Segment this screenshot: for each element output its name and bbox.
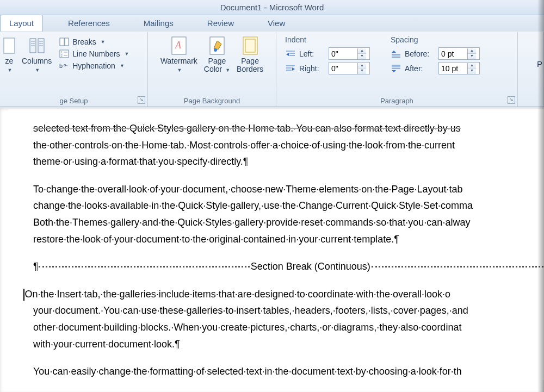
indent-header: Indent [285, 35, 370, 44]
chevron-down-icon: ▼ [8, 67, 13, 73]
breaks-button[interactable]: Breaks▼ [57, 36, 131, 47]
breaks-icon [59, 38, 69, 46]
svg-marker-28 [286, 53, 289, 56]
svg-point-22 [214, 48, 217, 52]
indent-left-icon [285, 49, 296, 58]
watermark-button[interactable]: A Watermark▼ [157, 34, 201, 75]
indent-left-label: Left: [299, 49, 325, 58]
ribbon-tabs: Layout References Mailings Review View [0, 15, 544, 32]
indent-right-input[interactable]: ▲▼ [329, 62, 370, 74]
svg-rect-0 [4, 38, 15, 53]
page-color-button[interactable]: PageColor ▼ [201, 34, 233, 75]
group-page-background: A Watermark▼ PageColor ▼ PageBorders Pag… [148, 32, 276, 107]
columns-button[interactable]: Columns▼ [18, 34, 55, 75]
doc-line: You·can·easily·change·the·formatting·of·… [33, 363, 544, 380]
svg-rect-10 [60, 38, 64, 46]
doc-line: On·the·Insert·tab,·the·galleries·include… [23, 286, 544, 303]
indent-right-icon [285, 64, 296, 73]
svg-marker-40 [392, 70, 396, 72]
indent-left-input[interactable]: ▲▼ [329, 47, 370, 60]
doc-line: the·other·controls·on·the·Home·tab.·Most… [33, 137, 544, 154]
group-next-partial: P [518, 32, 544, 107]
svg-text:A: A [175, 40, 182, 51]
line-numbers-button[interactable]: 12 Line Numbers▼ [57, 48, 131, 59]
doc-line: Both·the·Themes·gallery·and·the·Quick·St… [33, 214, 544, 231]
tab-mailings[interactable]: Mailings [135, 15, 182, 31]
group-label-page-setup: ge Setup [59, 97, 88, 105]
spin-up[interactable]: ▲ [358, 63, 366, 69]
spacing-after-label: After: [405, 64, 435, 73]
watermark-icon: A [171, 35, 187, 56]
paragraph-dialog-launcher[interactable]: ↘ [508, 96, 515, 104]
spacing-after-icon [391, 64, 401, 73]
doc-line: other·document·building·blocks.·When·you… [33, 319, 544, 336]
title-bar: Document1 - Microsoft Word [0, 0, 544, 15]
chevron-down-icon: ▼ [35, 67, 40, 73]
doc-line: change·the·looks·available·in·the·Quick·… [33, 197, 544, 214]
spin-up[interactable]: ▲ [468, 48, 476, 54]
page-color-icon [209, 35, 225, 56]
line-numbers-icon: 12 [59, 49, 69, 58]
chevron-down-icon: ▼ [124, 51, 129, 57]
chevron-down-icon: ▼ [177, 67, 182, 73]
spacing-before-icon [391, 49, 401, 58]
doc-line: selected·text·from·the·Quick·Styles·gall… [33, 120, 544, 137]
document-area[interactable]: selected·text·from·the·Quick·Styles·gall… [0, 107, 544, 392]
window-title: Document1 - Microsoft Word [220, 3, 324, 12]
tab-layout[interactable]: Layout [0, 15, 43, 32]
section-break: ¶ Section Break (Continuous) [33, 258, 544, 275]
partial-label: P [537, 59, 542, 69]
tab-view[interactable]: View [259, 15, 294, 31]
spacing-header: Spacing [391, 35, 480, 44]
svg-text:a-: a- [64, 63, 67, 67]
section-break-label: Section Break (Continuous) [250, 258, 372, 275]
tab-review[interactable]: Review [199, 15, 243, 31]
chevron-down-icon: ▼ [101, 39, 106, 45]
doc-line: your·document.·You·can·use·these·galleri… [33, 302, 544, 319]
group-label-paragraph: Paragraph [380, 97, 413, 105]
page-borders-label: PageBorders [237, 57, 263, 74]
spacing-after-input[interactable]: ▲▼ [438, 62, 480, 74]
group-page-setup: ze▼ Columns▼ Breaks▼ 12 Line Numbers▼ b [0, 32, 148, 107]
indent-right-label: Right: [299, 64, 325, 73]
svg-marker-33 [392, 51, 396, 53]
hyphenation-button[interactable]: ba- Hyphenation▼ [57, 60, 131, 71]
spin-down[interactable]: ▼ [468, 69, 476, 74]
svg-text:2: 2 [61, 54, 63, 57]
group-label-page-background: Page Background [184, 97, 240, 105]
size-icon [3, 35, 15, 56]
spin-up[interactable]: ▲ [468, 63, 476, 69]
spin-up[interactable]: ▲ [358, 48, 366, 54]
spacing-before-label: Before: [405, 49, 435, 58]
doc-line: with·your·current·document·look.¶ [33, 336, 544, 353]
pilcrow-mark: ¶ [33, 258, 39, 275]
doc-line: To·change·the·overall·look·of·your·docum… [33, 181, 544, 198]
doc-line: restore·the·look·of·your·document·to·the… [33, 231, 544, 248]
svg-rect-11 [65, 38, 69, 46]
spin-down[interactable]: ▼ [358, 54, 366, 59]
ribbon: ze▼ Columns▼ Breaks▼ 12 Line Numbers▼ b [0, 32, 544, 107]
page-setup-dialog-launcher[interactable]: ↘ [138, 96, 145, 104]
spacing-before-input[interactable]: ▲▼ [438, 47, 480, 60]
chevron-down-icon: ▼ [225, 67, 230, 73]
size-button[interactable]: ze▼ [3, 34, 18, 75]
columns-icon [29, 35, 45, 56]
svg-marker-32 [292, 67, 295, 71]
text-cursor [23, 289, 24, 301]
page: selected·text·from·the·Quick·Styles·gall… [8, 109, 544, 380]
page-borders-button[interactable]: PageBorders [233, 34, 267, 75]
group-paragraph: Indent Left: ▲▼ Right: ▲▼ [276, 32, 518, 107]
page-color-label: PageColor [204, 57, 226, 73]
chevron-down-icon: ▼ [120, 63, 125, 69]
tab-references[interactable]: References [59, 15, 119, 31]
hyphenation-icon: ba- [59, 61, 69, 70]
spin-down[interactable]: ▼ [358, 69, 366, 74]
svg-text:b: b [59, 63, 63, 69]
spin-down[interactable]: ▼ [468, 54, 476, 59]
page-borders-icon [243, 35, 258, 56]
doc-line: theme·or·using·a·format·that·you·specify… [33, 153, 544, 170]
